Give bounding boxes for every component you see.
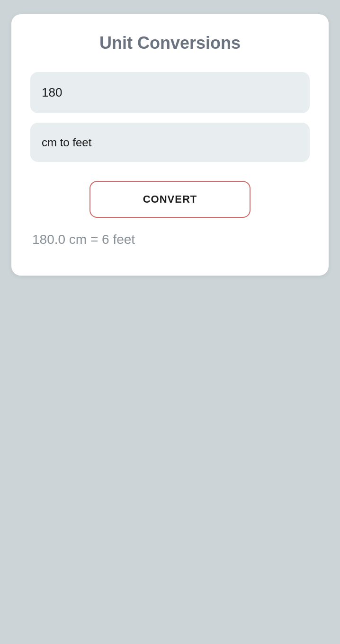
conversion-type-select[interactable]: cm to feet feet to cm kg to lbs lbs to k… (30, 123, 310, 162)
phone-container: Unit Conversions cm to feet feet to cm k… (0, 0, 340, 644)
main-card: Unit Conversions cm to feet feet to cm k… (11, 14, 329, 276)
page-title: Unit Conversions (30, 33, 310, 53)
convert-button[interactable]: CONVERT (89, 181, 251, 218)
result-display: 180.0 cm = 6 feet (30, 232, 310, 247)
value-input[interactable] (30, 72, 310, 113)
